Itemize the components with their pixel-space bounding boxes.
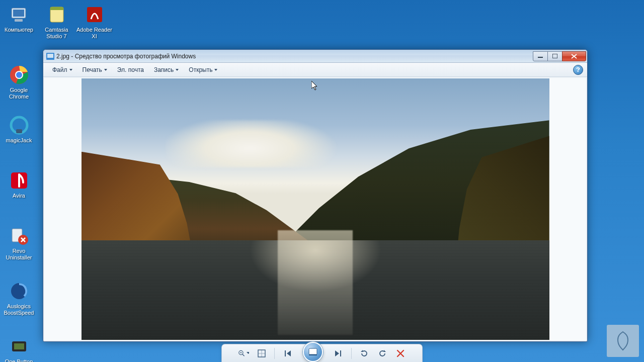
previous-button[interactable] — [282, 347, 295, 360]
minimize-icon — [538, 54, 543, 58]
desktop-icon-computer[interactable]: Компьютер — [0, 4, 38, 33]
menu-print[interactable]: Печать — [77, 65, 112, 75]
svg-rect-26 — [309, 354, 317, 355]
desktop-icon-label: Adobe Reader XI — [75, 27, 113, 40]
maximize-button[interactable] — [547, 51, 562, 61]
desktop-icon-label: Auslogics BoostSpeed — [0, 303, 38, 316]
svg-rect-10 — [16, 129, 22, 133]
desktop-icon-magicjack[interactable]: magicJack — [0, 115, 38, 144]
one-button-icon — [9, 336, 30, 357]
desktop-icon-camtasia[interactable]: Camtasia Studio 7 — [38, 4, 75, 40]
fit-icon — [257, 349, 266, 358]
svg-rect-5 — [87, 7, 102, 22]
caret-down-icon — [69, 69, 72, 71]
separator — [351, 348, 352, 359]
adobe-reader-icon — [84, 4, 105, 25]
rotate-ccw-icon — [360, 349, 369, 358]
caret-down-icon — [247, 352, 249, 354]
avira-icon — [9, 170, 30, 191]
actual-size-button[interactable] — [256, 348, 267, 359]
svg-rect-25 — [309, 348, 317, 354]
viewer-controls — [221, 344, 423, 362]
computer-icon — [9, 4, 30, 25]
menubar: Файл Печать Эл. почта Запись Открыть ? — [43, 63, 587, 77]
next-icon — [333, 349, 342, 358]
system-emblem — [607, 325, 639, 357]
slideshow-icon — [308, 348, 317, 356]
previous-icon — [284, 349, 293, 358]
desktop-icon-adobe-reader[interactable]: Adobe Reader XI — [75, 4, 113, 40]
image-viewport — [44, 78, 586, 340]
desktop-icon-auslogics[interactable]: Auslogics BoostSpeed — [0, 281, 38, 316]
menu-label: Эл. почта — [117, 66, 144, 73]
desktop-icon-avira[interactable]: Avira — [0, 170, 38, 199]
desktop-icon-label: Revo Uninstaller — [0, 248, 38, 261]
menu-email[interactable]: Эл. почта — [112, 65, 149, 75]
delete-button[interactable] — [395, 348, 406, 359]
caret-down-icon — [176, 69, 179, 71]
help-icon: ? — [576, 66, 580, 73]
desktop: Компьютер Camtasia Studio 7 Adobe Reader… — [0, 0, 644, 362]
zoom-button[interactable] — [238, 348, 249, 359]
svg-rect-20 — [552, 54, 557, 58]
titlebar[interactable]: 2.jpg - Средство просмотра фотографий Wi… — [43, 50, 587, 63]
minimize-button[interactable] — [533, 51, 548, 61]
rotate-cw-button[interactable] — [377, 348, 388, 359]
menu-label: Запись — [154, 66, 174, 73]
displayed-image — [82, 78, 549, 340]
slideshow-button[interactable] — [303, 342, 323, 362]
chrome-icon — [9, 64, 30, 85]
svg-rect-18 — [47, 54, 53, 58]
svg-rect-24 — [285, 350, 286, 356]
desktop-icon-label: Компьютер — [0, 27, 38, 33]
menu-burn[interactable]: Запись — [149, 65, 184, 75]
svg-rect-2 — [15, 19, 23, 22]
window-controls — [533, 51, 586, 61]
desktop-icon-label: One Button — [0, 358, 38, 362]
desktop-icon-label: magicJack — [0, 137, 38, 144]
svg-rect-1 — [13, 10, 24, 17]
menu-open[interactable]: Открыть — [184, 65, 222, 75]
magicjack-icon — [9, 115, 30, 136]
separator — [274, 348, 275, 359]
photo-viewer-window: 2.jpg - Средство просмотра фотографий Wi… — [43, 49, 588, 342]
desktop-icon-onebutton[interactable]: One Button — [0, 336, 38, 362]
auslogics-icon — [9, 281, 30, 302]
svg-line-22 — [243, 354, 245, 356]
menu-label: Открыть — [189, 66, 212, 73]
menu-file[interactable]: Файл — [47, 65, 77, 75]
svg-point-8 — [16, 72, 22, 78]
svg-rect-27 — [340, 350, 341, 356]
caret-down-icon — [104, 69, 107, 71]
rotate-cw-icon — [378, 349, 387, 358]
next-button[interactable] — [331, 347, 344, 360]
menu-label: Печать — [83, 66, 102, 73]
delete-icon — [396, 349, 405, 357]
magnifier-icon — [238, 348, 246, 358]
revo-uninstaller-icon — [9, 225, 30, 246]
svg-rect-4 — [50, 7, 63, 10]
svg-rect-16 — [14, 343, 24, 349]
desktop-icon-chrome[interactable]: Google Chrome — [0, 64, 38, 100]
rotate-ccw-button[interactable] — [359, 348, 370, 359]
maximize-icon — [552, 54, 557, 58]
window-title: 2.jpg - Средство просмотра фотографий Wi… — [56, 53, 533, 60]
desktop-icon-revo[interactable]: Revo Uninstaller — [0, 225, 38, 261]
caret-down-icon — [214, 69, 217, 71]
desktop-icon-label: Google Chrome — [0, 87, 38, 100]
app-icon — [46, 53, 54, 60]
desktop-icon-label: Camtasia Studio 7 — [38, 27, 75, 40]
menu-label: Файл — [52, 66, 67, 73]
help-button[interactable]: ? — [573, 65, 583, 75]
close-icon — [571, 54, 577, 59]
close-button[interactable] — [562, 51, 586, 61]
svg-rect-19 — [538, 57, 543, 58]
camtasia-icon — [46, 4, 67, 25]
desktop-icon-label: Avira — [0, 193, 38, 199]
